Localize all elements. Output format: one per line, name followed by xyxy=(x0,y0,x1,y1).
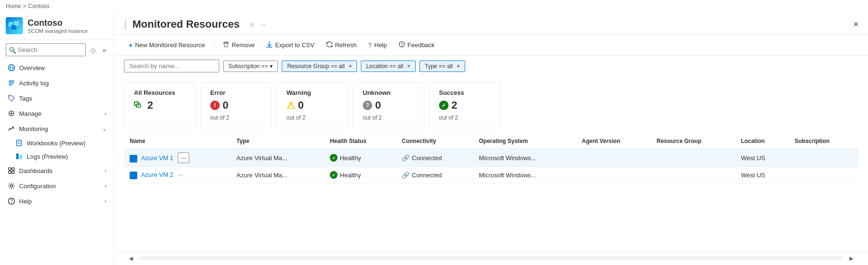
globe-icon xyxy=(8,64,15,71)
unknown-value-row: ? 0 xyxy=(363,99,414,112)
vm1-health-label: Healthy xyxy=(340,154,361,162)
all-resources-value-row: 2 xyxy=(134,99,185,112)
unknown-card[interactable]: Unknown ? 0 out of 2 xyxy=(353,82,424,128)
all-resources-icon xyxy=(134,100,144,111)
table-body: Azure VM 1 ··· Azure Virtual Ma... ✓ Hea… xyxy=(124,149,858,183)
vm2-health-badge: ✓ Healthy xyxy=(330,171,390,179)
breadcrumb-current[interactable]: Contoso xyxy=(28,3,50,10)
svg-point-9 xyxy=(10,96,10,97)
close-button[interactable]: × xyxy=(853,20,858,30)
unknown-title: Unknown xyxy=(363,89,414,96)
refresh-button[interactable]: Refresh xyxy=(321,39,362,51)
warning-value-row: ⚠ 0 xyxy=(286,99,338,112)
success-title: Success xyxy=(439,89,490,96)
col-name: Name xyxy=(124,134,231,149)
sidebar-item-logs[interactable]: Logs (Preview) xyxy=(15,150,114,163)
sidebar-item-dashboards-label: Dashboards xyxy=(19,167,52,174)
row2-health-cell: ✓ Healthy xyxy=(324,167,396,183)
dashboards-icon xyxy=(8,167,15,174)
vm1-more-button[interactable]: ··· xyxy=(178,153,189,163)
row1-rg-cell xyxy=(651,149,735,167)
favorite-icon[interactable]: ☆ xyxy=(249,21,255,28)
subscription-filter[interactable]: Subscription == ▾ xyxy=(223,61,278,72)
resource-group-close-icon[interactable]: × xyxy=(348,63,352,70)
table-row: Azure VM 2 ··· Azure Virtual Ma... ✓ Hea… xyxy=(124,167,858,183)
chevron-right-icon-4: › xyxy=(105,199,106,204)
new-button-label: New Monitored Resource xyxy=(135,41,205,49)
feedback-label: Feedback xyxy=(408,41,435,49)
success-card[interactable]: Success ✓ 2 out of 2 xyxy=(429,82,500,128)
list-icon xyxy=(8,79,15,87)
sidebar-toggle-diamond[interactable]: ◇ xyxy=(89,44,98,56)
help-button[interactable]: ? Help xyxy=(363,39,392,51)
sidebar-item-dashboards[interactable]: Dashboards › xyxy=(0,163,114,178)
table-container: Name Type Health Status Connectivity Ope… xyxy=(114,134,868,251)
sidebar: Contoso SCOM managed instance 🔍 ◇ « xyxy=(0,12,114,265)
svg-rect-19 xyxy=(9,171,11,173)
sidebar-search-area: 🔍 ◇ « xyxy=(0,40,114,60)
new-monitored-resource-button[interactable]: + New Monitored Resource xyxy=(124,39,210,51)
location-close-icon[interactable]: × xyxy=(407,63,410,70)
svg-rect-18 xyxy=(12,168,14,170)
vm2-link[interactable]: Azure VM 2 xyxy=(141,171,174,178)
unknown-sub: out of 2 xyxy=(363,114,414,121)
col-connectivity: Connectivity xyxy=(396,134,473,149)
sidebar-item-manage[interactable]: Manage › xyxy=(0,106,114,121)
scroll-left-arrow[interactable]: ◄ xyxy=(124,254,138,263)
type-close-icon[interactable]: × xyxy=(457,63,460,70)
sidebar-item-tags-label: Tags xyxy=(19,95,32,102)
sidebar-item-monitoring[interactable]: Monitoring ⌄ xyxy=(0,121,114,136)
search-icon: 🔍 xyxy=(9,46,16,53)
app-container: Home > Contoso Contoso SCOM managed inst… xyxy=(0,0,868,265)
success-sub: out of 2 xyxy=(439,114,490,121)
vm1-health-badge: ✓ Healthy xyxy=(330,154,390,162)
row2-location-cell: West US xyxy=(735,167,789,183)
export-csv-button[interactable]: Export to CSV xyxy=(261,39,319,51)
type-filter[interactable]: Type == all × xyxy=(419,61,465,72)
vm2-more-button[interactable]: ··· xyxy=(175,170,186,179)
col-agent: Agent Version xyxy=(576,134,651,149)
sidebar-item-overview[interactable]: Overview xyxy=(0,60,114,75)
sidebar-item-tags[interactable]: Tags xyxy=(0,91,114,106)
scroll-track[interactable] xyxy=(140,256,842,260)
warning-title: Warning xyxy=(286,89,338,96)
location-filter[interactable]: Location == all × xyxy=(361,61,416,72)
all-resources-value: 2 xyxy=(147,99,153,112)
resource-group-filter-label: Resource Group == all xyxy=(287,63,345,70)
page-header: | Monitored Resources ☆ ··· × xyxy=(114,12,868,35)
sidebar-item-activity-log[interactable]: Activity log xyxy=(0,75,114,91)
error-value-row: ! 0 xyxy=(210,99,262,112)
sidebar-item-help[interactable]: ? Help › xyxy=(0,194,114,209)
remove-button[interactable]: Remove xyxy=(218,39,259,51)
breadcrumb-home[interactable]: Home xyxy=(6,3,21,10)
type-filter-label: Type == all xyxy=(425,63,453,70)
all-resources-card[interactable]: All Resources 2 xyxy=(124,82,195,128)
svg-rect-6 xyxy=(9,81,14,82)
page-header-icons: ☆ ··· xyxy=(249,21,266,28)
vm1-health-icon: ✓ xyxy=(330,154,337,162)
row2-os-cell: Microsoft Windows... xyxy=(473,167,576,183)
feedback-button[interactable]: Feedback xyxy=(394,39,439,51)
row1-type-cell: Azure Virtual Ma... xyxy=(231,149,324,167)
resources-table: Name Type Health Status Connectivity Ope… xyxy=(124,134,858,183)
main-layout: Contoso SCOM managed instance 🔍 ◇ « xyxy=(0,12,868,265)
configuration-icon xyxy=(8,182,15,190)
svg-rect-7 xyxy=(9,82,14,83)
svg-rect-17 xyxy=(9,168,11,170)
sidebar-collapse-btn[interactable]: « xyxy=(101,44,108,56)
chevron-down-icon: ⌄ xyxy=(102,126,106,132)
vm1-connectivity-label: Connected xyxy=(412,154,442,162)
location-filter-label: Location == all xyxy=(366,63,403,70)
sidebar-item-configuration[interactable]: Configuration › xyxy=(0,178,114,194)
resource-group-filter[interactable]: Resource Group == all × xyxy=(282,61,357,72)
error-card[interactable]: Error ! 0 out of 2 xyxy=(200,82,272,128)
name-search-input[interactable] xyxy=(124,60,219,72)
more-options-icon[interactable]: ··· xyxy=(261,21,266,28)
sidebar-item-workbooks-label: Workbooks (Preview) xyxy=(27,140,85,147)
warning-card[interactable]: Warning ⚠ 0 out of 2 xyxy=(276,82,348,128)
sidebar-item-workbooks[interactable]: Workbooks (Preview) xyxy=(15,136,114,150)
sidebar-item-monitoring-label: Monitoring xyxy=(19,125,48,132)
scroll-right-arrow[interactable]: ► xyxy=(844,254,858,263)
sidebar-search-input[interactable] xyxy=(6,43,86,56)
vm1-link[interactable]: Azure VM 1 xyxy=(141,154,174,162)
